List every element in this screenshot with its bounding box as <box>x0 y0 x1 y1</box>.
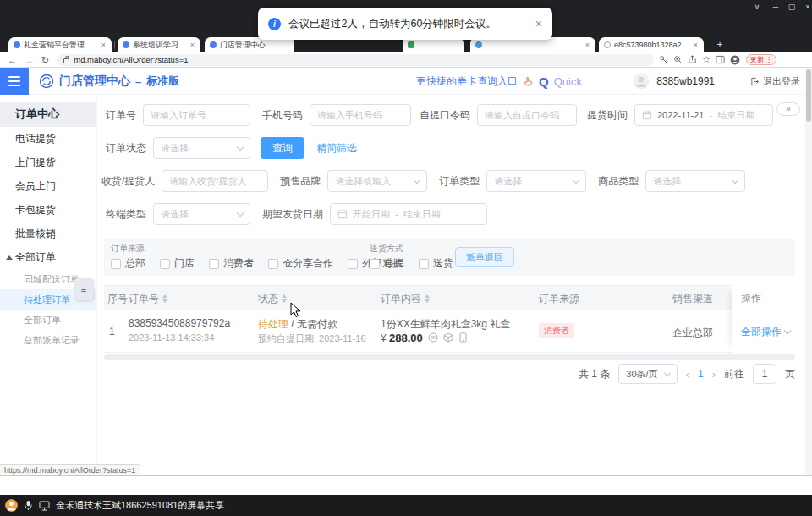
goto-page-input[interactable] <box>753 364 776 384</box>
sidebar-item-member-visit[interactable]: 会员上门 <box>0 174 96 198</box>
checkbox-source-store[interactable]: 门店 <box>160 256 195 271</box>
chevron-down-icon <box>237 209 244 216</box>
checkbox-icon <box>268 259 278 269</box>
sidebar-item-card-pickup[interactable]: 卡包提货 <box>0 198 96 222</box>
tab-close-icon[interactable]: × <box>189 41 195 49</box>
expected-ship-date-range[interactable]: 开始日期 - 结束日期 <box>330 203 487 225</box>
window-maximize-button[interactable]: ▢ <box>786 3 798 11</box>
pickup-end-date-placeholder: 结束日期 <box>717 109 754 122</box>
browser-tab-2[interactable]: 系统培训学习 × <box>118 37 200 52</box>
tab-label: e8c573980b1328a258fd2e6f8 <box>614 41 689 49</box>
new-tab-button[interactable]: + <box>714 39 726 51</box>
col-order-no[interactable]: 订单号 <box>129 286 167 311</box>
quick-label[interactable]: Quick <box>554 75 582 88</box>
sidebar-collapse-handle[interactable]: ≡ <box>74 278 93 300</box>
simple-filter-link[interactable]: 精简筛选 <box>316 141 357 156</box>
presale-brand-select[interactable]: 请选择或输入 <box>327 170 427 192</box>
checkbox-icon <box>419 259 429 269</box>
share-bar-text: 金禾通技术王斌18662591081的屏幕共享 <box>56 499 224 512</box>
pickup-code-label: 自提口令码 <box>420 108 470 123</box>
quick-q-icon[interactable]: Q <box>539 74 549 89</box>
profile-avatar-icon[interactable] <box>730 55 740 65</box>
table-horizontal-scrollbar[interactable] <box>104 354 795 360</box>
title-separator: – <box>135 75 141 88</box>
order-status-select[interactable]: 请选择 <box>153 137 250 159</box>
checkbox-source-warehouse-share[interactable]: 仓分享合作 <box>268 256 333 271</box>
receiver-input[interactable] <box>162 170 268 192</box>
ship-end-date-placeholder: 结束日期 <box>403 208 441 221</box>
sidebar-group-all-orders[interactable]: 全部订单 <box>0 245 96 269</box>
row-price: ¥ 288.00 <box>381 332 467 344</box>
checkbox-source-consumer[interactable]: 消费者 <box>209 256 254 271</box>
logout-button[interactable]: 退出登录 <box>750 75 800 88</box>
url-text: md.maboy.cn/AllOrder?status=1 <box>74 55 188 64</box>
dispatch-return-button[interactable]: 派单退回 <box>455 247 514 267</box>
refresh-icon[interactable]: ↻ <box>41 52 49 68</box>
url-field[interactable]: md.maboy.cn/AllOrder?status=1 <box>57 54 654 66</box>
sidebar-item-all-orders[interactable]: 全部订单 <box>0 310 96 330</box>
hamburger-menu-button[interactable] <box>0 68 29 95</box>
microphone-icon[interactable] <box>24 500 33 511</box>
checkbox-delivery-deliver[interactable]: 送货 <box>419 256 453 271</box>
table-row[interactable]: 1 83859345088979792a 2023-11-13 14:33:34… <box>104 310 795 353</box>
sidebar-item-batch-verify[interactable]: 批量核销 <box>0 222 96 245</box>
col-status[interactable]: 状态 <box>258 286 287 311</box>
browser-tab-1[interactable]: 礼盒营销平台管理中心 × <box>8 37 112 52</box>
terminal-type-select[interactable]: 请选择 <box>153 203 250 225</box>
order-no-input[interactable] <box>143 104 250 126</box>
page-size-select[interactable]: 30条/页 <box>618 364 677 384</box>
tab-separator <box>114 41 115 49</box>
row-action-dropdown[interactable]: 全部操作 <box>741 325 790 339</box>
goods-type-select[interactable]: 请选择 <box>645 170 745 192</box>
col-content[interactable]: 订单内容 <box>381 286 430 311</box>
tab-close-icon[interactable]: × <box>101 41 107 49</box>
tab-favicon <box>14 41 20 48</box>
chevron-down-icon <box>784 327 791 334</box>
forward-icon[interactable]: → <box>25 52 34 68</box>
banner-close-icon[interactable]: × <box>535 17 542 30</box>
checkbox-delivery-selfpickup[interactable]: 自提 <box>370 256 404 271</box>
page-number[interactable]: 1 <box>698 368 704 380</box>
window-close-button[interactable]: × <box>802 3 812 11</box>
order-type-select[interactable]: 请选择 <box>486 170 586 192</box>
tab-close-icon[interactable]: × <box>584 41 590 49</box>
calendar-icon <box>337 209 348 219</box>
sidebar-item-hq-dispatch-records[interactable]: 总部派单记录 <box>0 330 96 350</box>
tab-favicon <box>123 41 129 48</box>
window-minimize-button[interactable]: ─ <box>770 3 782 11</box>
back-icon[interactable]: ← <box>8 52 17 68</box>
chrome-update-button[interactable]: 更新 ⋮ <box>746 54 776 65</box>
side-panel-icon[interactable] <box>716 55 725 64</box>
orders-table: 序号 订单号 状态 订单内容 订单来源 销售渠道 1 8385934508897… <box>104 285 795 353</box>
prev-page-icon[interactable]: ‹ <box>686 368 689 381</box>
tab-label: 系统培训学习 <box>133 40 178 51</box>
browser-scrollbar[interactable] <box>805 68 812 476</box>
calendar-icon <box>642 110 652 120</box>
key-icon[interactable] <box>659 55 668 64</box>
browser-tab-3[interactable]: e8c573980b1328a258fd2e6f8 × <box>599 37 704 52</box>
sort-icon[interactable] <box>162 294 167 303</box>
checkbox-source-hq[interactable]: 总部 <box>111 256 145 271</box>
col-action: 操作 <box>741 285 761 310</box>
expand-filters-button[interactable]: » <box>776 102 800 116</box>
screen-share-icon[interactable] <box>39 501 50 511</box>
pickup-time-range[interactable]: 2022-11-21 - 结束日期 <box>634 104 773 126</box>
bookmark-star-icon[interactable]: ☆ <box>702 54 710 65</box>
share-icon[interactable] <box>688 55 697 64</box>
sidebar-item-door-pickup[interactable]: 上门提货 <box>0 151 96 174</box>
next-page-icon[interactable]: › <box>712 368 716 381</box>
sidebar-item-phone-pickup[interactable]: 电话提货 <box>0 127 96 151</box>
sort-icon[interactable] <box>425 294 430 303</box>
tab-close-icon[interactable]: × <box>693 41 699 49</box>
share-avatar-icon <box>5 499 18 512</box>
pickup-code-input[interactable] <box>477 104 577 126</box>
expected-ship-date-label: 期望发货日期 <box>262 207 323 222</box>
zoom-icon[interactable] <box>673 55 683 64</box>
coupon-query-link[interactable]: 更快捷的券卡查询入口 <box>416 74 518 89</box>
phone-input[interactable] <box>310 104 411 126</box>
sort-icon[interactable] <box>282 294 287 303</box>
search-button[interactable]: 查询 <box>261 137 304 159</box>
tab-search-icon[interactable]: ∨ <box>751 3 763 11</box>
scrollbar-thumb[interactable] <box>806 69 811 122</box>
filter-row-2: 订单状态 请选择 查询 精简筛选 <box>106 136 357 160</box>
